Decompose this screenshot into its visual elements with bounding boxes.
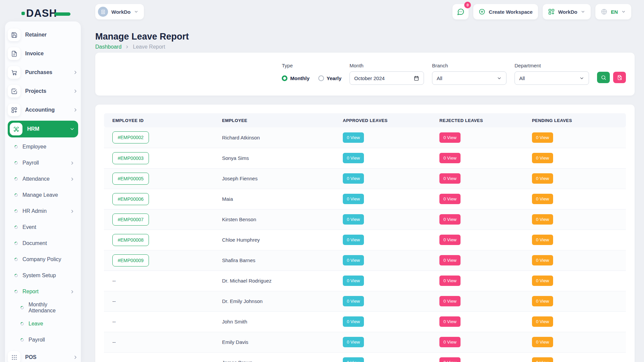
column-header-employee: EMPLOYEE <box>217 113 337 127</box>
column-header-employee-id: EMPLOYEE ID <box>104 113 217 127</box>
app-menu-button[interactable]: WorkDo <box>543 4 591 19</box>
department-select[interactable]: All <box>515 71 589 85</box>
rejected-leaves-view-badge[interactable]: 0 View <box>439 255 461 265</box>
approved-leaves-view-badge[interactable]: 0 View <box>343 235 364 245</box>
rejected-leaves-view-badge[interactable]: 0 View <box>439 316 461 327</box>
approved-leaves-view-badge[interactable]: 0 View <box>343 296 364 306</box>
sidebar-item-payroll[interactable]: Payroll <box>8 332 78 348</box>
sidebar-item-projects[interactable]: Projects <box>8 82 78 101</box>
bullet-icon <box>14 144 18 149</box>
pending-leaves-view-badge[interactable]: 0 View <box>532 132 553 143</box>
workspace-switcher[interactable]: WorkDo <box>95 4 144 19</box>
rejected-leaves-view-badge[interactable]: 0 View <box>439 173 461 184</box>
approved-leaves-view-badge[interactable]: 0 View <box>343 337 364 347</box>
search-button[interactable] <box>597 72 610 83</box>
employee-id-badge[interactable]: #EMP00009 <box>112 254 149 266</box>
filter-actions <box>597 72 626 83</box>
pending-leaves-view-badge[interactable]: 0 View <box>532 194 553 204</box>
rejected-leaves-view-badge[interactable]: 0 View <box>439 296 461 306</box>
pending-leaves-view-badge[interactable]: 0 View <box>532 255 553 265</box>
table-header: EMPLOYEE IDEMPLOYEEAPPROVED LEAVESREJECT… <box>104 113 626 127</box>
rejected-leaves-view-badge[interactable]: 0 View <box>439 132 461 143</box>
messages-button[interactable]: 0 <box>452 4 469 19</box>
sidebar-item-report[interactable]: Report <box>8 284 78 300</box>
table-row: --Dr. Emily Johnson0 View0 View0 View <box>104 291 626 311</box>
employee-id-badge[interactable]: #EMP00006 <box>112 193 149 205</box>
pending-leaves-view-badge[interactable]: 0 View <box>532 357 553 362</box>
pending-leaves-view-badge[interactable]: 0 View <box>532 296 553 306</box>
sidebar-item-pos[interactable]: POS <box>8 348 78 362</box>
sidebar-item-document[interactable]: Document <box>8 235 78 251</box>
employee-id-badge[interactable]: #EMP00008 <box>112 234 149 246</box>
pending-leaves-view-badge[interactable]: 0 View <box>532 337 553 347</box>
sidebar-item-hrm[interactable]: HRM <box>8 121 78 137</box>
create-workspace-button[interactable]: Create Workspace <box>473 4 538 19</box>
bullet-icon <box>14 209 18 214</box>
table-row: --Dr. Michael Rodriguez0 View0 View0 Vie… <box>104 270 626 291</box>
app-menu-label: WorkDo <box>558 9 577 15</box>
approved-leaves-view-badge[interactable]: 0 View <box>343 276 364 286</box>
pending-leaves-view-badge[interactable]: 0 View <box>532 235 553 245</box>
purchases-icon <box>8 66 20 79</box>
grid-plus-icon <box>548 8 555 15</box>
rejected-leaves-view-badge[interactable]: 0 View <box>439 357 461 362</box>
sidebar-item-attendance[interactable]: Attendance <box>8 171 78 187</box>
approved-leaves-view-badge[interactable]: 0 View <box>343 214 364 225</box>
chevron-right-icon <box>70 161 75 166</box>
sidebar-item-purchases[interactable]: Purchases <box>8 63 78 82</box>
bullet-icon <box>14 273 18 278</box>
sidebar-item-accounting[interactable]: Accounting <box>8 101 78 119</box>
approved-leaves-view-badge[interactable]: 0 View <box>343 357 364 362</box>
brand-logo[interactable]: DASH <box>21 7 70 19</box>
employee-id-badge[interactable]: #EMP00007 <box>112 214 149 226</box>
sidebar-item-invoice[interactable]: Invoice <box>8 44 78 63</box>
breadcrumb: Dashboard Leave Report <box>95 44 165 50</box>
radio-monthly[interactable]: Monthly <box>282 75 310 81</box>
department-value: All <box>519 75 525 81</box>
breadcrumb-dashboard-link[interactable]: Dashboard <box>95 44 121 50</box>
approved-leaves-view-badge[interactable]: 0 View <box>343 194 364 204</box>
approved-leaves-view-badge[interactable]: 0 View <box>343 173 364 184</box>
rejected-leaves-view-badge[interactable]: 0 View <box>439 194 461 204</box>
rejected-leaves-view-badge[interactable]: 0 View <box>439 337 461 347</box>
employee-id-badge[interactable]: #EMP00005 <box>112 173 149 185</box>
sidebar-item-hr-admin[interactable]: HR Admin <box>8 203 78 219</box>
rejected-leaves-view-badge[interactable]: 0 View <box>439 235 461 245</box>
sidebar-item-leave[interactable]: Leave <box>8 316 78 332</box>
employee-name: Joseph Fiennes <box>222 176 258 181</box>
pending-leaves-view-badge[interactable]: 0 View <box>532 173 553 184</box>
rejected-leaves-view-badge[interactable]: 0 View <box>439 276 461 286</box>
approved-leaves-view-badge[interactable]: 0 View <box>343 316 364 327</box>
sidebar-item-monthly-attendance[interactable]: Monthly Attendance <box>8 300 78 316</box>
employee-id-badge[interactable]: #EMP00002 <box>112 131 149 143</box>
pos-icon <box>8 351 20 362</box>
type-filter-group: Type Monthly Yearly <box>282 63 341 85</box>
branch-value: All <box>437 75 442 81</box>
sidebar-item-system-setup[interactable]: System Setup <box>8 267 78 284</box>
radio-yearly[interactable]: Yearly <box>318 75 341 81</box>
sidebar-item-manage-leave[interactable]: Manage Leave <box>8 187 78 203</box>
pending-leaves-view-badge[interactable]: 0 View <box>532 316 553 327</box>
employee-id-badge[interactable]: #EMP00003 <box>112 152 149 164</box>
radio-checked-icon <box>282 75 287 81</box>
month-input[interactable]: October 2024 <box>350 71 424 85</box>
sidebar-item-employee[interactable]: Employee <box>8 139 78 155</box>
rejected-leaves-view-badge[interactable]: 0 View <box>439 153 461 163</box>
employee-name: James Brown <box>222 360 253 362</box>
sidebar-item-company-policy[interactable]: Company Policy <box>8 251 78 267</box>
pending-leaves-view-badge[interactable]: 0 View <box>532 276 553 286</box>
employee-name: Richard Atkinson <box>222 135 260 140</box>
language-selector[interactable]: EN <box>595 4 631 19</box>
rejected-leaves-view-badge[interactable]: 0 View <box>439 214 461 225</box>
sidebar-item-retainer[interactable]: Retainer <box>8 25 78 44</box>
approved-leaves-view-badge[interactable]: 0 View <box>343 255 364 265</box>
branch-select[interactable]: All <box>432 71 506 85</box>
export-button[interactable] <box>613 72 626 83</box>
approved-leaves-view-badge[interactable]: 0 View <box>343 132 364 143</box>
sidebar-item-payroll[interactable]: Payroll <box>8 155 78 171</box>
pending-leaves-view-badge[interactable]: 0 View <box>532 214 553 225</box>
sidebar-item-label: POS <box>25 354 37 360</box>
sidebar-item-event[interactable]: Event <box>8 219 78 235</box>
approved-leaves-view-badge[interactable]: 0 View <box>343 153 364 163</box>
pending-leaves-view-badge[interactable]: 0 View <box>532 153 553 163</box>
